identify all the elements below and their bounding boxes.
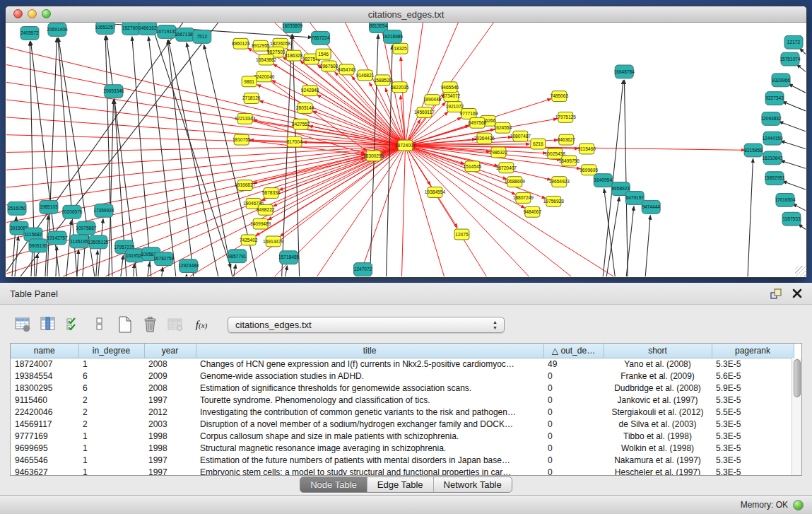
graph-node-label: 9474444 [642,204,660,209]
table-cell: 1 [78,454,144,466]
tab-network-table[interactable]: Network Table [434,477,512,492]
select-column-icon[interactable] [38,315,59,334]
graph-edge [271,81,405,146]
table-row[interactable]: 977716911998Corpus callosum shape and si… [11,430,794,442]
table-header-row: namein_degreeyeartitle△ out_de…shortpage… [11,344,794,358]
window-resize-grip[interactable] [795,266,806,276]
graph-node-label: 16720407 [496,165,517,170]
graph-edge [293,35,300,276]
close-window-button[interactable] [13,9,23,18]
network-canvas[interactable]: 1872400789601238912955182260589827503165… [6,23,806,276]
graph-node-label: 20653346 [103,88,124,93]
table-cell: 5.9E-5 [712,382,794,394]
table-panel-header: Table Panel [0,283,812,305]
graph-node-label: 19166827 [235,182,256,187]
table-cell: Tourette syndrome. Phenomenology and cla… [196,394,543,406]
float-panel-icon[interactable] [770,288,782,299]
table-tabbar: Node TableEdge TableNetwork Table [0,477,812,493]
column-header[interactable]: name [11,344,78,358]
graph-node-label: 2718126 [242,95,261,100]
table-cell: 14569117 [11,418,78,430]
table-settings-icon[interactable] [13,315,34,334]
graph-node-label: 7512 [196,34,207,39]
graph-node-label: 6734072 [442,93,461,98]
window-titlebar[interactable]: citations_edges.txt [6,6,806,23]
table-cell: 0 [543,442,604,454]
table-cell: Investigating the contribution of common… [196,406,543,418]
graph-edge [645,216,650,276]
graph-edge [402,146,406,276]
table-row[interactable]: 1872400712008Changes of HCN gene express… [11,358,794,370]
graph-edge [6,146,406,205]
new-file-icon[interactable] [114,315,136,334]
graph-edge [132,37,151,276]
table-selector-dropdown[interactable]: citations_edges.txt ▲▼ [228,317,505,333]
minimize-window-button[interactable] [28,9,37,18]
close-panel-icon[interactable] [792,288,802,298]
table-cell: 0 [543,418,604,430]
table-cell: 0 [543,466,604,476]
graph-node-label: 6479197 [625,195,644,200]
graph-edge [779,122,806,132]
table-row[interactable]: 2242004622012Investigating the contribut… [11,406,794,418]
graph-node-label: 8186328 [285,53,303,58]
table-row[interactable]: 946554611997Estimation of the future num… [11,454,794,466]
table-cell: 6 [78,370,144,382]
delete-icon[interactable] [140,315,161,334]
graph-edge [6,146,406,240]
table-cell: 0 [543,454,604,466]
graph-edge [187,274,187,276]
table-cell: Dudbridge et al. (2008) [604,382,712,394]
graph-node-label: 9329966 [772,78,790,83]
memory-status-label: Memory: OK [741,500,788,510]
graph-node-label: 9827503 [267,49,286,54]
network-view-window: citations_edges.txt 18724007896012389129… [5,6,807,278]
table-cell: 22420046 [11,406,78,418]
memory-ok-indicator-icon [793,500,804,510]
table-cell: 1 [78,466,144,476]
table-panel-title: Table Panel [10,288,58,299]
table-scrollbar[interactable] [792,358,801,475]
graph-edge [134,264,134,276]
graph-node-label: 16914479 [263,239,284,244]
column-header[interactable]: △ out_de… [543,344,604,358]
graph-node-label: 1187533 [782,216,800,221]
column-header[interactable]: in_degree [78,344,144,358]
table-row[interactable]: 1456911722003Disruption of a novel membe… [11,418,794,430]
scrollbar-thumb[interactable] [794,359,801,397]
column-header[interactable]: pagerank [712,344,794,358]
dropdown-stepper-icon: ▲▼ [493,320,498,331]
table-cell: 0 [543,394,604,406]
table-cell: 2003 [144,418,196,430]
table-row[interactable]: 911546021997Tourette syndrome. Phenomeno… [11,394,794,406]
table-row[interactable]: 1938455462009Genome-wide association stu… [11,370,794,382]
rows-icon[interactable] [89,315,110,334]
table-cell: 1997 [144,454,196,466]
table-cell: 18724007 [11,358,78,370]
table-cell: 1 [78,430,144,442]
graph-edge [780,160,806,168]
graph-node-label: 14569117 [414,110,435,115]
table-cell: 0 [543,406,604,418]
table-row[interactable]: 946362711997Embryonic stem cells: a mode… [11,466,794,476]
row-check-icon[interactable] [64,315,85,334]
graph-node-label: 1247072 [354,267,372,271]
tab-node-table[interactable]: Node Table [300,477,367,492]
zoom-window-button[interactable] [42,9,51,18]
table-cell: de Silva et al. (2003) [604,418,712,430]
table-row[interactable]: 1830029562008Estimation of significance … [11,382,794,394]
graph-node-label: 8958923 [611,186,630,191]
table-cell: 0 [543,370,604,382]
column-header[interactable]: year [144,344,196,358]
function-builder-icon[interactable]: f(x) [191,315,212,334]
graph-node-label: 7425402 [240,238,258,243]
graph-edge [406,146,445,276]
tab-edge-table[interactable]: Edge Table [367,477,434,492]
column-header[interactable]: title [196,344,543,358]
table-row[interactable]: 969969511998Structural magnetic resonanc… [11,442,794,454]
table-cell: Tibbo et al. (1998) [604,430,712,442]
graph-edge [148,262,150,276]
table-cell: Franke et al. (2009) [604,370,712,382]
column-header[interactable]: short [604,344,712,358]
graph-node-label: 20691406 [47,27,68,32]
